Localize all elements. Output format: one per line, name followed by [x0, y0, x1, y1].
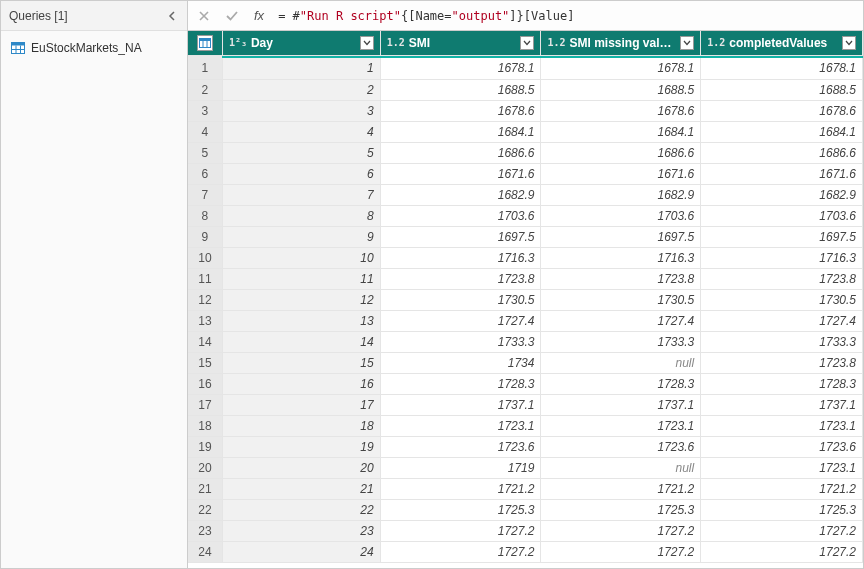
row-number[interactable]: 13 — [188, 310, 222, 331]
filter-dropdown-day[interactable] — [360, 36, 374, 50]
cell-completed[interactable]: 1721.2 — [701, 478, 863, 499]
cell-completed[interactable]: 1684.1 — [701, 121, 863, 142]
row-number[interactable]: 23 — [188, 520, 222, 541]
cell-completed[interactable]: 1678.6 — [701, 100, 863, 121]
cell-completed[interactable]: 1737.1 — [701, 394, 863, 415]
table-row[interactable]: 441684.11684.11684.1 — [188, 121, 863, 142]
row-number[interactable]: 9 — [188, 226, 222, 247]
cell-day[interactable]: 2 — [222, 79, 380, 100]
filter-dropdown-completed[interactable] — [842, 36, 856, 50]
column-header-completed[interactable]: 1.2 completedValues — [701, 31, 863, 55]
cell-smi-missing[interactable]: null — [541, 352, 701, 373]
table-row[interactable]: 11111723.81723.81723.8 — [188, 268, 863, 289]
commit-formula-button[interactable] — [220, 5, 244, 27]
table-row[interactable]: 221688.51688.51688.5 — [188, 79, 863, 100]
cell-completed[interactable]: 1725.3 — [701, 499, 863, 520]
table-row[interactable]: 24241727.21727.21727.2 — [188, 541, 863, 562]
cell-day[interactable]: 17 — [222, 394, 380, 415]
cell-completed[interactable]: 1697.5 — [701, 226, 863, 247]
row-number[interactable]: 3 — [188, 100, 222, 121]
cell-smi[interactable]: 1727.4 — [380, 310, 541, 331]
cell-smi[interactable]: 1727.2 — [380, 520, 541, 541]
cell-completed[interactable]: 1730.5 — [701, 289, 863, 310]
query-item-eustockmarkets[interactable]: EuStockMarkets_NA — [1, 37, 187, 59]
table-row[interactable]: 771682.91682.91682.9 — [188, 184, 863, 205]
table-row[interactable]: 18181723.11723.11723.1 — [188, 415, 863, 436]
cell-completed[interactable]: 1703.6 — [701, 205, 863, 226]
row-number[interactable]: 12 — [188, 289, 222, 310]
table-row[interactable]: 661671.61671.61671.6 — [188, 163, 863, 184]
row-number[interactable]: 17 — [188, 394, 222, 415]
cell-day[interactable]: 4 — [222, 121, 380, 142]
table-row[interactable]: 991697.51697.51697.5 — [188, 226, 863, 247]
table-row[interactable]: 551686.61686.61686.6 — [188, 142, 863, 163]
cell-smi[interactable]: 1686.6 — [380, 142, 541, 163]
row-number[interactable]: 19 — [188, 436, 222, 457]
cell-completed[interactable]: 1728.3 — [701, 373, 863, 394]
cell-smi-missing[interactable]: 1737.1 — [541, 394, 701, 415]
cell-day[interactable]: 12 — [222, 289, 380, 310]
cell-smi-missing[interactable]: 1686.6 — [541, 142, 701, 163]
cell-smi-missing[interactable]: 1723.6 — [541, 436, 701, 457]
row-number[interactable]: 11 — [188, 268, 222, 289]
cell-smi-missing[interactable]: 1733.3 — [541, 331, 701, 352]
cell-day[interactable]: 15 — [222, 352, 380, 373]
row-number[interactable]: 5 — [188, 142, 222, 163]
row-number[interactable]: 10 — [188, 247, 222, 268]
cell-completed[interactable]: 1716.3 — [701, 247, 863, 268]
cell-smi[interactable]: 1733.3 — [380, 331, 541, 352]
cell-completed[interactable]: 1723.1 — [701, 457, 863, 478]
row-number[interactable]: 8 — [188, 205, 222, 226]
table-row[interactable]: 881703.61703.61703.6 — [188, 205, 863, 226]
row-number[interactable]: 4 — [188, 121, 222, 142]
cell-completed[interactable]: 1727.2 — [701, 520, 863, 541]
table-row[interactable]: 111678.11678.11678.1 — [188, 58, 863, 79]
cell-smi[interactable]: 1678.1 — [380, 58, 541, 79]
row-number[interactable]: 22 — [188, 499, 222, 520]
table-row[interactable]: 23231727.21727.21727.2 — [188, 520, 863, 541]
cell-smi[interactable]: 1723.8 — [380, 268, 541, 289]
cell-smi-missing[interactable]: 1682.9 — [541, 184, 701, 205]
cell-day[interactable]: 23 — [222, 520, 380, 541]
cell-day[interactable]: 10 — [222, 247, 380, 268]
filter-dropdown-smi[interactable] — [520, 36, 534, 50]
filter-dropdown-smi-missing[interactable] — [680, 36, 694, 50]
cell-smi-missing[interactable]: 1684.1 — [541, 121, 701, 142]
row-number[interactable]: 6 — [188, 163, 222, 184]
row-number[interactable]: 14 — [188, 331, 222, 352]
cell-day[interactable]: 19 — [222, 436, 380, 457]
cell-smi-missing[interactable]: 1688.5 — [541, 79, 701, 100]
cell-completed[interactable]: 1688.5 — [701, 79, 863, 100]
cell-smi[interactable]: 1721.2 — [380, 478, 541, 499]
cell-smi[interactable]: 1730.5 — [380, 289, 541, 310]
cell-completed[interactable]: 1686.6 — [701, 142, 863, 163]
cell-completed[interactable]: 1723.8 — [701, 268, 863, 289]
cell-smi-missing[interactable]: 1721.2 — [541, 478, 701, 499]
cell-smi-missing[interactable]: 1671.6 — [541, 163, 701, 184]
cell-smi-missing[interactable]: 1703.6 — [541, 205, 701, 226]
column-header-day[interactable]: 1²₃ Day — [222, 31, 380, 55]
table-row[interactable]: 17171737.11737.11737.1 — [188, 394, 863, 415]
cell-smi[interactable]: 1671.6 — [380, 163, 541, 184]
cell-smi-missing[interactable]: 1723.1 — [541, 415, 701, 436]
table-row[interactable]: 19191723.61723.61723.6 — [188, 436, 863, 457]
row-number[interactable]: 16 — [188, 373, 222, 394]
cell-completed[interactable]: 1678.1 — [701, 58, 863, 79]
formula-input[interactable]: = #"Run R script"{[Name="output"]}[Value… — [274, 9, 859, 23]
table-row[interactable]: 21211721.21721.21721.2 — [188, 478, 863, 499]
table-row[interactable]: 14141733.31733.31733.3 — [188, 331, 863, 352]
cell-smi[interactable]: 1723.1 — [380, 415, 541, 436]
cell-day[interactable]: 24 — [222, 541, 380, 562]
cell-completed[interactable]: 1733.3 — [701, 331, 863, 352]
cell-smi[interactable]: 1678.6 — [380, 100, 541, 121]
cell-day[interactable]: 21 — [222, 478, 380, 499]
column-header-smi[interactable]: 1.2 SMI — [380, 31, 541, 55]
cell-smi-missing[interactable]: 1727.2 — [541, 541, 701, 562]
cell-completed[interactable]: 1723.1 — [701, 415, 863, 436]
row-number[interactable]: 18 — [188, 415, 222, 436]
cell-completed[interactable]: 1671.6 — [701, 163, 863, 184]
cell-day[interactable]: 22 — [222, 499, 380, 520]
cell-smi-missing[interactable]: 1678.1 — [541, 58, 701, 79]
cell-smi[interactable]: 1719 — [380, 457, 541, 478]
cell-smi[interactable]: 1723.6 — [380, 436, 541, 457]
